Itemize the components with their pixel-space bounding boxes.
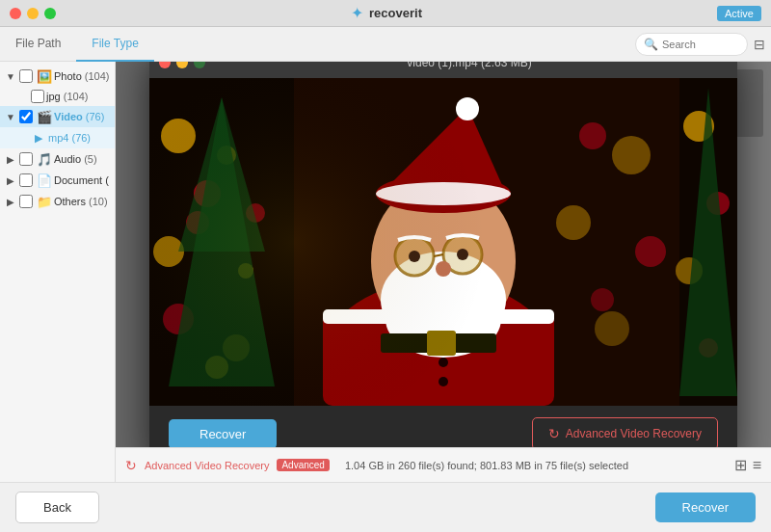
preview-actions: Recover ↻ Advanced Video Recovery	[149, 406, 737, 447]
filter-icon[interactable]: ⊟	[754, 37, 765, 52]
content-area: ▶ File Name: video (1).mp4 File Size: 2.…	[116, 62, 771, 482]
svg-point-32	[456, 97, 479, 120]
tree-item-photo[interactable]: ▼ 🖼️ Photo (104)	[0, 66, 115, 87]
tree-item-document[interactable]: ▶ 📄 Document (	[0, 170, 115, 191]
list-view-icon[interactable]: ≡	[753, 457, 761, 474]
file-grid-area: ▶ File Name: video (1).mp4 File Size: 2.…	[116, 62, 771, 447]
others-count: (10)	[86, 196, 108, 207]
svg-point-25	[591, 288, 614, 311]
grid-view-icon[interactable]: ⊞	[734, 456, 747, 474]
tree-item-others[interactable]: ▶ 📁 Others (10)	[0, 191, 115, 212]
svg-point-48	[439, 377, 448, 386]
file-tree: ▼ 🖼️ Photo (104) jpg (104) ▼ 🎬 Video (76…	[0, 62, 115, 482]
expand-icon: ▼	[4, 69, 17, 83]
mp4-icon: ▶	[31, 130, 46, 146]
maximize-button[interactable]	[44, 8, 56, 19]
audio-icon: 🎵	[37, 151, 52, 167]
active-badge: Active	[717, 6, 761, 21]
mp4-count: (76)	[68, 132, 91, 144]
audio-checkbox[interactable]	[19, 152, 33, 166]
others-expand-icon: ▶	[4, 195, 17, 208]
jpg-checkbox[interactable]	[31, 90, 44, 103]
svg-point-22	[595, 311, 629, 346]
preview-close[interactable]	[159, 62, 171, 68]
audio-label: Audio	[54, 153, 81, 165]
minimize-button[interactable]	[27, 8, 39, 19]
titlebar: ✦ recoverit Active	[0, 0, 771, 27]
tab-file-path[interactable]: File Path	[0, 27, 76, 62]
tree-item-video[interactable]: ▼ 🎬 Video (76)	[0, 106, 115, 127]
preview-overlay: video (1).mp4 (2.63 MB)	[116, 62, 771, 447]
audio-expand-icon: ▶	[4, 152, 17, 166]
video-label: Video	[54, 111, 83, 122]
action-bar: Back Recover	[0, 482, 771, 532]
app-logo-icon: ✦	[351, 4, 363, 22]
preview-titlebar: video (1).mp4 (2.63 MB)	[149, 62, 737, 78]
tree-item-mp4[interactable]: ▶ mp4 (76)	[0, 127, 115, 148]
tab-file-type[interactable]: File Type	[76, 27, 153, 62]
preview-minimize[interactable]	[176, 62, 188, 68]
view-icons: ⊞ ≡	[734, 456, 761, 474]
video-count: (76)	[83, 111, 105, 122]
stats-text: 1.04 GB in 260 file(s) found; 801.83 MB …	[345, 460, 628, 471]
back-button[interactable]: Back	[15, 492, 99, 523]
others-label: Others	[54, 196, 86, 207]
advanced-badge: Advanced	[277, 459, 329, 471]
app-name: recoverit	[369, 6, 422, 20]
preview-maximize[interactable]	[194, 62, 205, 68]
tree-item-jpg[interactable]: jpg (104)	[0, 87, 115, 106]
recover-button[interactable]: Recover	[655, 492, 756, 522]
doc-icon: 📄	[37, 173, 52, 188]
jpg-count: (104)	[61, 91, 89, 102]
advanced-video-label: Advanced Video Recovery	[566, 427, 702, 440]
advanced-video-recovery-button[interactable]: ↻ Advanced Video Recovery	[532, 417, 718, 447]
bottom-bar: ↻ Advanced Video Recovery Advanced 1.04 …	[116, 447, 771, 482]
preview-title: video (1).mp4 (2.63 MB)	[211, 62, 728, 69]
search-input[interactable]	[662, 39, 739, 50]
preview-window: video (1).mp4 (2.63 MB)	[149, 62, 737, 447]
advanced-video-recovery-icon: ↻	[125, 458, 137, 473]
bottom-advanced-video-label[interactable]: Advanced Video Recovery	[145, 460, 269, 471]
advanced-video-icon: ↻	[548, 426, 560, 441]
mp4-label: mp4	[48, 132, 68, 144]
tree-item-audio[interactable]: ▶ 🎵 Audio (5)	[0, 148, 115, 170]
preview-image	[149, 78, 737, 406]
svg-point-21	[635, 236, 666, 267]
jpg-label: jpg	[46, 91, 61, 102]
search-box[interactable]: 🔍	[635, 33, 748, 56]
svg-point-23	[579, 122, 606, 149]
doc-expand-icon: ▶	[4, 173, 17, 187]
photo-icon: 🖼️	[37, 68, 52, 84]
photo-count: (104)	[82, 70, 110, 82]
traffic-lights	[10, 8, 56, 19]
tab-bar: File Path File Type 🔍 ⊟	[0, 27, 771, 62]
audio-count: (5)	[81, 153, 97, 165]
close-button[interactable]	[10, 8, 21, 19]
svg-point-20	[612, 136, 651, 174]
santa-scene-svg	[149, 78, 737, 406]
others-checkbox[interactable]	[19, 195, 33, 208]
svg-point-49	[149, 78, 487, 406]
video-expand-icon: ▼	[4, 110, 17, 123]
video-icon: 🎬	[37, 109, 52, 124]
titlebar-center: ✦ recoverit	[56, 4, 717, 22]
video-checkbox[interactable]	[19, 110, 33, 123]
photo-checkbox[interactable]	[19, 69, 33, 83]
search-icon: 🔍	[644, 38, 658, 51]
recover-preview-button[interactable]: Recover	[169, 419, 277, 448]
main-container: ▼ 🖼️ Photo (104) jpg (104) ▼ 🎬 Video (76…	[0, 62, 771, 482]
doc-checkbox[interactable]	[19, 173, 33, 187]
photo-label: Photo	[54, 70, 82, 82]
svg-point-24	[556, 205, 591, 240]
sidebar: ▼ 🖼️ Photo (104) jpg (104) ▼ 🎬 Video (76…	[0, 62, 116, 482]
others-icon: 📁	[37, 194, 52, 209]
doc-label: Document (	[54, 174, 109, 186]
